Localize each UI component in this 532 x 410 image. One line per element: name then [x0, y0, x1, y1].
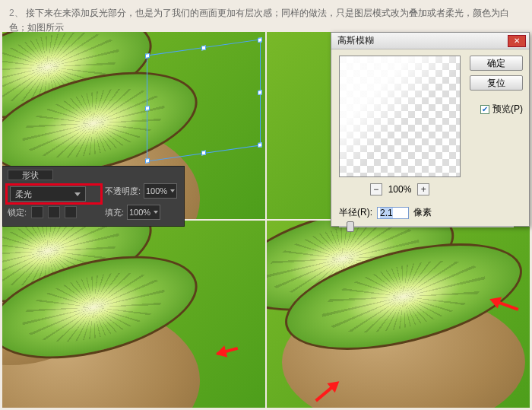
instruction-text: 接下来在来添加反光部分，也是为了我们的画面更加有层次感；同样的做法，只是图层模式…	[9, 8, 509, 33]
gaussian-blur-dialog: 高斯模糊 ✕ − 100% + 确定 复位 ✔ 预览(P) 半径(R): 2.1	[331, 32, 530, 227]
zoom-out-button[interactable]: −	[370, 183, 382, 195]
zoom-in-button[interactable]: +	[417, 183, 429, 195]
zoom-value: 100%	[388, 184, 412, 195]
lock-pixels-button[interactable]	[31, 206, 43, 218]
radius-input[interactable]: 2.1	[377, 207, 409, 219]
transform-box[interactable]	[147, 39, 261, 161]
close-button[interactable]: ✕	[508, 35, 526, 47]
plus-icon: +	[421, 184, 426, 195]
check-icon: ✔	[482, 105, 488, 113]
canvas-q4	[267, 221, 530, 408]
radius-label: 半径(R):	[339, 206, 372, 219]
dialog-title: 高斯模糊	[337, 34, 374, 47]
shape-dropdown[interactable]: 形状	[8, 170, 53, 180]
lock-all-button[interactable]	[65, 206, 77, 218]
chevron-down-icon	[74, 192, 81, 196]
highlight-arrow-icon	[215, 338, 249, 361]
dialog-titlebar[interactable]: 高斯模糊 ✕	[331, 33, 529, 49]
blend-mode-dropdown[interactable]: 柔光	[10, 186, 86, 202]
radius-slider[interactable]	[339, 221, 514, 232]
lock-position-button[interactable]	[48, 206, 60, 218]
opacity-input[interactable]: 100%	[144, 183, 177, 199]
filter-preview[interactable]	[339, 56, 461, 177]
step-number: 2、	[9, 8, 24, 18]
fill-label: 填充:	[105, 207, 124, 218]
highlight-arrow-icon	[487, 292, 521, 316]
preview-label: 预览(P)	[492, 103, 523, 116]
minus-icon: −	[373, 184, 378, 195]
close-icon: ✕	[514, 37, 520, 45]
preview-checkbox[interactable]: ✔	[480, 105, 489, 114]
blend-mode-value: 柔光	[15, 189, 32, 200]
radius-unit: 像素	[413, 206, 432, 219]
cancel-button[interactable]: 复位	[470, 75, 523, 91]
layer-options-panel: 形状 柔光 不透明度: 100% 锁定: 填充: 100%	[2, 166, 185, 227]
ok-button[interactable]: 确定	[470, 56, 523, 71]
fill-input[interactable]: 100%	[127, 205, 160, 220]
lock-label: 锁定:	[8, 207, 27, 218]
opacity-label: 不透明度:	[105, 186, 141, 197]
slider-thumb-icon[interactable]	[347, 221, 354, 232]
canvas-q3	[2, 221, 265, 408]
